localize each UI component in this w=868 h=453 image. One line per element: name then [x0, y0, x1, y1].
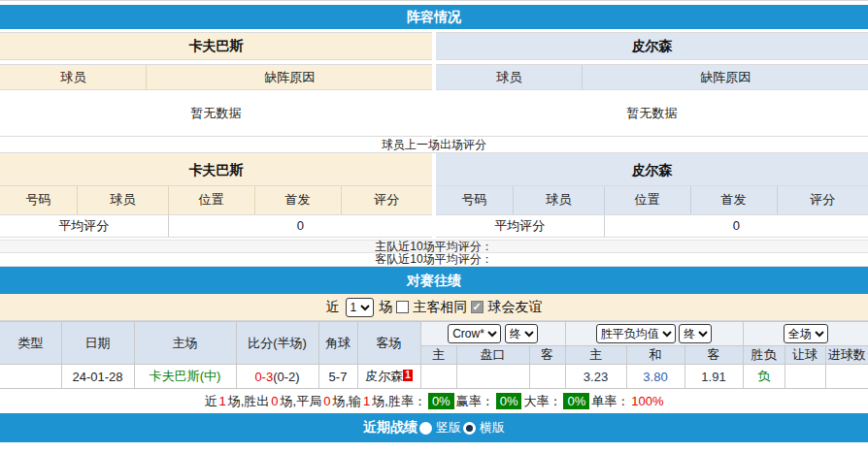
same-venue-checkbox[interactable]	[396, 301, 409, 313]
ratings-away-col-rating: 评分	[778, 186, 868, 214]
odds-home-cell: 3.23	[565, 365, 626, 389]
h2h-filter-suffix: 场	[380, 299, 393, 316]
subcol-odds-away: 客	[684, 346, 743, 365]
handicap-home-odds-cell	[420, 365, 456, 389]
summary-text: 场,平局	[281, 393, 322, 410]
lineup-home-team-name: 卡夫巴斯	[0, 32, 432, 60]
match-date-cell: 24-01-28	[61, 365, 134, 389]
result-cell: 负	[743, 365, 785, 389]
lineup-away-team-name: 皮尔森	[436, 32, 868, 60]
match-away-team-cell: 皮尔森1	[357, 365, 420, 389]
match-analysis-page: 阵容情况 卡夫巴斯 皮尔森 球员 缺阵原因 球员 缺阵原因 暂无数据 暂无数据 …	[0, 0, 868, 453]
ratings-away-col-starting: 首发	[691, 186, 778, 214]
red-card-badge: 1	[403, 370, 413, 381]
club-friendly-label: 球会友谊	[488, 299, 543, 316]
club-friendly-checkbox[interactable]	[471, 301, 484, 313]
horizontal-layout-label: 横版	[480, 419, 505, 437]
odds-final-select[interactable]: 终	[679, 324, 712, 343]
h2h-match-row: 球会友谊 24-01-28 卡夫巴斯(中) 0-3(0-2) 5-7 皮尔森1 …	[0, 365, 868, 389]
ratings-home-col-position: 位置	[169, 186, 255, 214]
handicap-away-odds-cell	[529, 365, 565, 389]
ratings-away-average-row: 平均评分 0	[436, 215, 868, 238]
single-rate-value: 100%	[631, 394, 663, 408]
scope-select[interactable]: 全场	[784, 324, 828, 343]
odds-rate-badge: 0%	[496, 393, 522, 409]
ratings-away-team-name: 皮尔森	[436, 153, 868, 186]
summary-total-count: 1	[218, 394, 225, 408]
summary-draw-count: 0	[323, 394, 330, 408]
h2h-col-type: 类型	[0, 322, 61, 365]
ratings-home-average-row: 平均评分 0	[0, 215, 432, 238]
recent-results-bar: 近期战绩 竖版 横版	[0, 413, 868, 442]
summary-text: 场,胜出	[228, 393, 270, 410]
summary-text: 场,胜率：	[372, 393, 426, 410]
h2h-col-away: 客场	[357, 322, 420, 365]
match-type-cell: 球会友谊	[0, 365, 61, 389]
subcol-odds-home: 主	[565, 346, 626, 365]
ratings-home-team-name: 卡夫巴斯	[0, 153, 432, 186]
lineup-home-empty: 暂无数据	[0, 90, 432, 137]
odds-avg-select[interactable]: 胜平负均值	[596, 324, 676, 343]
match-away-team-link[interactable]: 皮尔森	[365, 369, 403, 383]
h2h-table: 类型 日期 主场 比分(半场) 角球 客场 Crow* 终 胜平负均值 终	[0, 321, 868, 389]
summary-loss-count: 1	[363, 394, 370, 408]
subcol-handicap-home: 主	[420, 346, 456, 365]
h2h-col-home: 主场	[134, 322, 236, 365]
lineup-away-empty: 暂无数据	[436, 90, 868, 137]
goals-result-cell	[825, 365, 868, 389]
ratings-home-col-player: 球员	[78, 186, 168, 214]
win-rate-badge: 0%	[428, 393, 454, 409]
summary-text: 近	[204, 393, 217, 410]
lineup-empty-rows: 暂无数据 暂无数据	[0, 90, 868, 137]
over-rate-badge: 0%	[563, 393, 589, 409]
odds-select-group: 胜平负均值 终	[565, 322, 743, 346]
horizontal-layout-radio[interactable]	[463, 422, 476, 435]
subcol-handicap-away: 客	[529, 346, 565, 365]
away-last10-rating-note: 客队近10场平均评分：	[0, 253, 868, 267]
vertical-layout-label: 竖版	[436, 419, 461, 437]
ratings-home-col-number: 号码	[0, 186, 78, 214]
scope-select-group: 全场	[743, 322, 868, 346]
ratings-home-col-starting: 首发	[255, 186, 342, 214]
handicap-final-select[interactable]: 终	[505, 324, 538, 343]
handicap-select-group: Crow* 终	[420, 322, 565, 346]
same-venue-label: 主客相同	[414, 299, 468, 316]
h2h-count-select[interactable]: 1	[346, 298, 374, 317]
ratings-away-average-value: 0	[605, 215, 868, 237]
subcol-odds-draw: 和	[626, 346, 684, 365]
lineup-home-col-reason: 缺阵原因	[147, 65, 432, 89]
match-home-team-link[interactable]: 卡夫巴斯(中)	[134, 365, 236, 389]
match-score-halftime: (0-2)	[273, 370, 299, 384]
subcol-result: 胜负	[743, 346, 785, 365]
h2h-title-bar: 对赛往绩	[0, 267, 868, 294]
summary-win-count: 0	[271, 394, 278, 408]
summary-text: 赢率：	[456, 393, 494, 410]
h2h-title: 对赛往绩	[407, 273, 461, 288]
subcol-goals: 进球数	[825, 346, 868, 365]
ratings-away-col-position: 位置	[605, 186, 691, 214]
summary-text: 单率：	[591, 393, 629, 410]
ratings-home-col-rating: 评分	[342, 186, 432, 214]
ratings-home-average-value: 0	[169, 215, 432, 237]
vertical-layout-radio[interactable]	[419, 422, 432, 435]
match-score-fulltime: 0-3	[254, 370, 273, 384]
h2h-summary-row: 近 1 场,胜出 0 场,平局 0 场,输 1 场,胜率： 0% 赢率： 0% …	[0, 389, 868, 413]
ratings-team-headers: 卡夫巴斯 皮尔森	[0, 153, 868, 186]
ratings-away-col-player: 球员	[514, 186, 604, 214]
odds-draw-cell: 3.80	[626, 365, 684, 389]
lineup-home-col-player: 球员	[0, 65, 147, 89]
lineup-home-columns: 球员 缺阵原因	[0, 64, 432, 90]
h2h-col-score: 比分(半场)	[236, 322, 318, 365]
handicap-result-cell	[785, 365, 825, 389]
h2h-header-top-row: 类型 日期 主场 比分(半场) 角球 客场 Crow* 终 胜平负均值 终	[0, 322, 868, 346]
summary-text: 大率：	[523, 393, 561, 410]
lineup-away-col-player: 球员	[436, 65, 583, 89]
match-score-cell: 0-3(0-2)	[236, 365, 318, 389]
ratings-home-columns: 号码 球员 位置 首发 评分	[0, 186, 432, 215]
lineup-team-headers: 卡夫巴斯 皮尔森	[0, 29, 868, 60]
ratings-away-average-label: 平均评分	[436, 215, 605, 237]
ratings-away-col-number: 号码	[436, 186, 514, 214]
h2h-filter-row: 近 1 场 主客相同 球会友谊	[0, 294, 868, 321]
ratings-home-average-label: 平均评分	[0, 215, 169, 237]
bookmaker-select[interactable]: Crow*	[448, 324, 501, 343]
